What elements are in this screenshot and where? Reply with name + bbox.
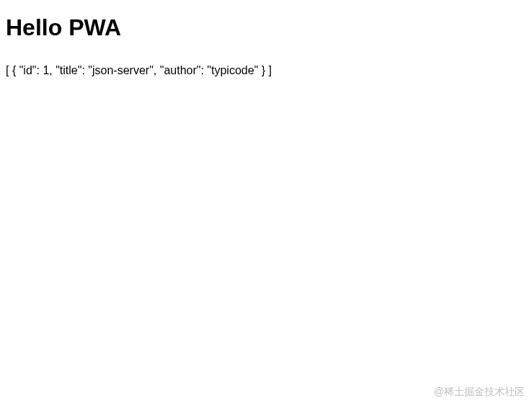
watermark-text: @稀土掘金技术社区 xyxy=(434,386,525,399)
json-output-text: [ { "id": 1, "title": "json-server", "au… xyxy=(6,64,526,77)
page-title: Hello PWA xyxy=(6,14,526,41)
